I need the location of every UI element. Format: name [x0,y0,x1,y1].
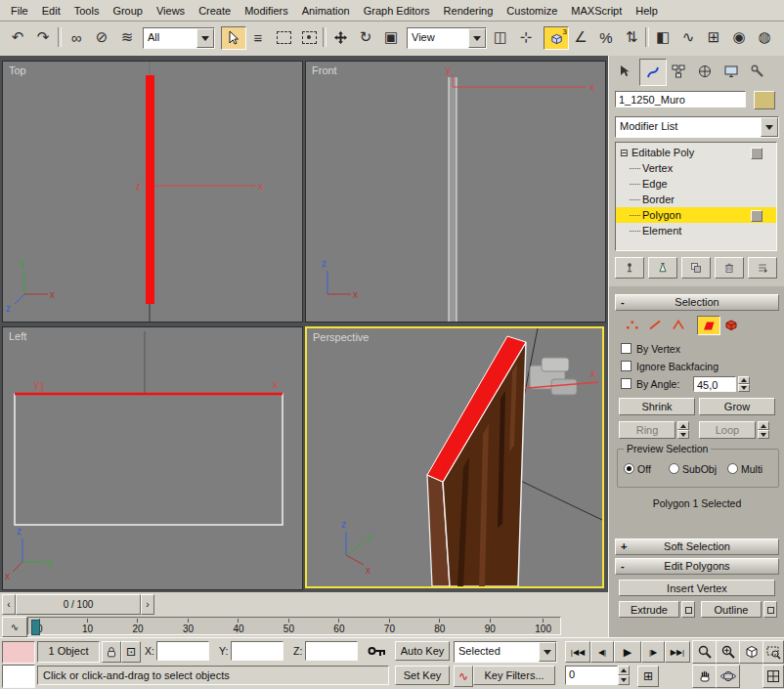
shrink-button[interactable]: Shrink [619,398,695,415]
undo-button[interactable]: ↶ [6,26,29,48]
extrude-settings-button[interactable] [681,601,695,618]
viewport-top-label[interactable]: Top [9,65,26,76]
y-coordinate-field[interactable] [231,641,283,661]
set-keys-button[interactable] [364,640,391,662]
pan-view-button[interactable] [692,665,717,688]
object-name-field[interactable]: 1_1250_Muro [615,91,746,108]
extrude-button[interactable]: Extrude [619,601,679,618]
menu-views[interactable]: Views [150,2,192,20]
show-end-result-button[interactable] [648,257,677,279]
zoom-all-button[interactable] [716,640,740,664]
wall-left-view[interactable] [15,394,283,525]
selection-rollout-header[interactable]: - Selection [615,294,779,311]
by-angle-value-field[interactable]: 45,0 [693,376,736,392]
collapse-icon[interactable]: ⊟ [620,148,632,158]
select-and-rotate-button[interactable]: ↻ [354,26,377,48]
snaps-toggle-button[interactable]: 3 [544,26,569,50]
zoom-button[interactable] [692,640,717,664]
selection-filter-dropdown[interactable]: All [143,27,215,49]
viewport-perspective[interactable]: Perspective x [305,326,604,588]
preview-subobj-radio[interactable] [669,463,679,474]
selected-wall-top-view[interactable] [146,75,154,304]
zoom-extents-button[interactable] [739,640,763,664]
menu-rendering[interactable]: Rendering [437,2,501,20]
tab-motion[interactable] [692,59,718,84]
wall-object[interactable] [427,336,526,586]
viewport-perspective-label[interactable]: Perspective [313,331,369,343]
stack-status-icon[interactable] [751,148,762,159]
outline-button[interactable]: Outline [701,601,762,618]
menu-maxscript[interactable]: MAXScript [564,2,629,20]
preview-off-radio[interactable] [624,463,634,474]
ring-button[interactable]: Ring [619,421,675,439]
edit-polygons-rollout-header[interactable]: - Edit Polygons [615,558,779,575]
polygon-subobject-button[interactable] [697,316,720,335]
track-bar-ruler[interactable]: 0 10 20 30 40 50 60 70 80 90 100 [27,617,561,635]
by-angle-checkbox[interactable] [621,378,632,389]
set-key-button[interactable]: Set Key [395,666,450,685]
go-to-start-button[interactable]: |◀◀ [565,641,590,663]
orbit-view-button[interactable] [716,665,740,688]
absolute-offset-toggle[interactable]: ⊡ [121,641,141,663]
time-configuration-button[interactable]: ⊞ [637,666,659,687]
menu-file[interactable]: File [4,2,35,20]
grow-button[interactable]: Grow [699,398,775,415]
go-to-end-button[interactable]: ▶▶| [665,641,690,663]
stack-item-vertex[interactable]: Vertex [616,160,776,176]
by-angle-spinner[interactable] [738,376,750,392]
select-and-manipulate-button[interactable]: ⊹ [514,26,538,48]
ring-spinner[interactable] [677,421,689,439]
dropdown-arrow-icon[interactable] [196,28,214,48]
viewport-left-label[interactable]: Left [9,330,26,342]
current-frame-field[interactable]: 0 [565,666,618,685]
ignore-backfacing-checkbox[interactable] [621,361,632,371]
viewport-left[interactable]: Left y x z y x [2,326,303,590]
object-color-swatch[interactable] [754,91,775,109]
spinner-snap-toggle[interactable]: ⇅ [620,26,643,48]
material-editor-button[interactable]: ◉ [727,26,751,48]
maximize-viewport-toggle[interactable] [762,665,784,688]
remove-modifier-button[interactable] [715,257,744,279]
tab-utilities[interactable] [745,59,770,84]
dropdown-arrow-icon[interactable] [468,28,486,48]
soft-selection-rollout-header[interactable]: + Soft Selection [615,538,779,555]
stack-item-editable-poly[interactable]: ⊟ Editable Poly [616,145,776,160]
configure-modifier-sets-button[interactable] [748,257,777,279]
tab-hierarchy[interactable] [666,59,691,84]
outline-settings-button[interactable] [763,601,777,618]
menu-graph-editors[interactable]: Graph Editors [357,2,437,20]
frame-spinner[interactable] [618,666,630,685]
reference-coordinate-system-dropdown[interactable]: View [407,27,487,49]
edge-subobject-button[interactable] [644,316,666,333]
stack-item-polygon[interactable]: Polygon [616,207,776,223]
percent-snap-toggle[interactable]: % [594,26,618,48]
make-unique-button[interactable] [681,257,711,279]
viewport-top[interactable]: Top x z y x z [2,61,303,323]
background-object[interactable] [530,358,577,395]
dropdown-arrow-icon[interactable] [761,117,778,137]
pin-stack-button[interactable] [615,257,644,279]
maxscript-mini-listener[interactable] [2,665,35,688]
menu-group[interactable]: Group [106,2,150,20]
insert-vertex-button[interactable]: Insert Vertex [619,580,775,596]
render-setup-button[interactable]: ◍ [753,26,776,48]
z-coordinate-field[interactable] [305,641,358,661]
menu-animation[interactable]: Animation [295,2,357,20]
wall-front-view[interactable] [449,77,457,322]
new-key-tangent-button[interactable]: ∿ [454,666,473,687]
border-subobject-button[interactable] [668,316,689,333]
select-and-link-button[interactable]: ∞ [65,26,88,48]
current-frame-marker[interactable] [31,620,40,635]
curve-editor-button[interactable]: ∿ [676,26,700,48]
schematic-view-button[interactable]: ⊞ [702,26,725,48]
select-object-button[interactable] [221,26,246,50]
stack-item-border[interactable]: Border [616,192,776,207]
stack-item-element[interactable]: Element [616,223,776,238]
previous-frame-button[interactable]: ◀| [590,641,614,663]
loop-button[interactable]: Loop [699,421,756,439]
modifier-list-dropdown[interactable]: Modifier List [615,116,779,138]
open-mini-curve-editor-button[interactable]: ∿ [2,617,27,637]
stack-item-edge[interactable]: Edge [616,176,776,192]
tab-modify[interactable] [639,59,667,86]
bind-to-space-warp-button[interactable]: ≋ [115,26,139,48]
